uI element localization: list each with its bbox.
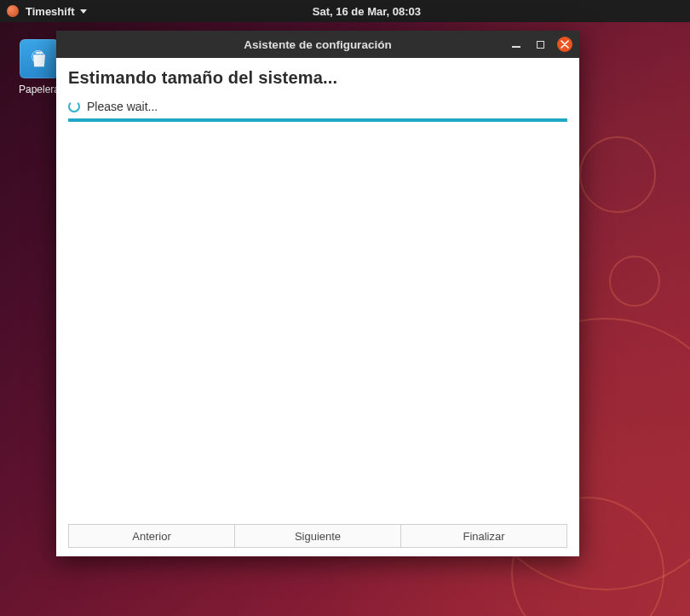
window-close-button[interactable]: [557, 37, 572, 52]
chevron-down-icon: [80, 9, 87, 14]
dialog-content: Estimando tamaño del sistema... Please w…: [56, 58, 579, 556]
wizard-button-row: Anterior Siguiente Finalizar: [68, 524, 567, 548]
app-indicator-icon: [7, 5, 19, 17]
next-button[interactable]: Siguiente: [235, 524, 401, 548]
prev-button[interactable]: Anterior: [68, 524, 235, 548]
panel-clock[interactable]: Sat, 16 de Mar, 08:03: [313, 5, 421, 18]
spinner-icon: [68, 101, 80, 112]
app-menu-dropdown[interactable]: Timeshift: [26, 5, 87, 18]
wizard-dialog: Asistente de configuración Estimando tam…: [56, 31, 579, 556]
status-row: Please wait...: [68, 100, 567, 113]
dialog-titlebar[interactable]: Asistente de configuración: [56, 31, 579, 58]
trash-icon: [20, 39, 59, 78]
app-menu-label: Timeshift: [26, 5, 75, 18]
status-text: Please wait...: [87, 100, 158, 113]
window-maximize-button[interactable]: [533, 37, 547, 51]
top-panel: Timeshift Sat, 16 de Mar, 08:03: [0, 0, 690, 22]
window-minimize-button[interactable]: [509, 37, 523, 51]
wizard-heading: Estimando tamaño del sistema...: [68, 68, 567, 88]
dialog-title: Asistente de configuración: [244, 38, 391, 51]
finish-button[interactable]: Finalizar: [401, 524, 567, 548]
progress-bar: [68, 118, 567, 122]
